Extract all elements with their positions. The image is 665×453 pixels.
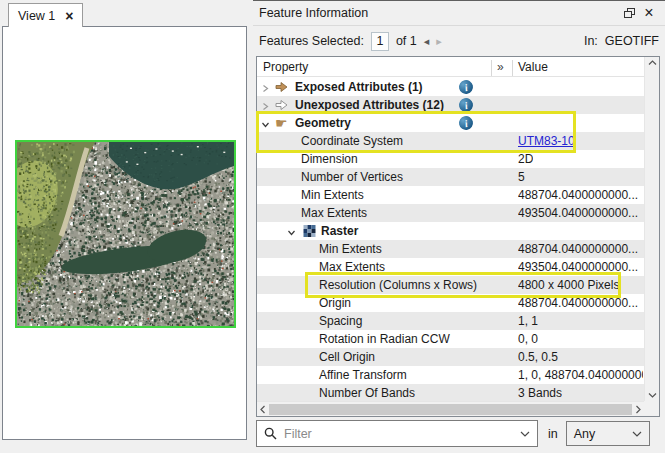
property-value: 488704.0400000000...	[518, 242, 638, 256]
previous-feature-button[interactable]: ◂	[424, 35, 430, 48]
table-row[interactable]: Min Extents488704.0400000000...	[257, 186, 644, 204]
scrollbar-corner	[644, 401, 659, 416]
features-selected-label: Features Selected:	[259, 34, 364, 48]
table-row[interactable]: Rotation in Radian CCW0, 0	[257, 330, 644, 348]
scrollbar-thumb[interactable]	[269, 404, 632, 415]
chevron-down-icon[interactable]	[261, 118, 271, 132]
aerial-raster-image[interactable]	[15, 140, 236, 328]
property-name: Cell Origin	[319, 350, 375, 364]
property-value: 1, 0, 488704.04000000004	[518, 368, 643, 382]
column-divider[interactable]	[491, 60, 492, 76]
table-row[interactable]: Coordinate SystemUTM83-10	[257, 132, 644, 150]
exposed-attributes-icon	[275, 80, 289, 94]
property-name: Geometry	[295, 116, 351, 130]
property-value: 4800 x 4000 Pixels	[518, 278, 619, 292]
chevron-down-icon	[632, 431, 642, 437]
format-name: GEOTIFF	[605, 34, 659, 48]
filter-scope-value: Any	[574, 427, 596, 441]
tab-view-1[interactable]: View 1 ×	[8, 3, 83, 27]
filter-in-label: in	[548, 427, 558, 441]
table-row[interactable]: Number of Vertices5	[257, 168, 644, 186]
feature-count-label: of 1	[396, 34, 417, 48]
property-value: 5	[518, 170, 525, 184]
property-name: Max Extents	[319, 260, 385, 274]
scroll-up-icon	[648, 60, 657, 66]
property-value: 488704.0400000000...	[518, 296, 638, 310]
table-row[interactable]: Affine Transform1, 0, 488704.04000000004	[257, 366, 644, 384]
chevron-down-icon[interactable]	[287, 226, 297, 240]
info-icon[interactable]: i	[458, 79, 475, 96]
property-value: 0.5, 0.5	[518, 350, 558, 364]
property-name: Unexposed Attributes (12)	[295, 98, 444, 112]
table-row[interactable]: Dimension2D	[257, 150, 644, 168]
info-icon[interactable]: i	[458, 115, 475, 132]
column-header-value[interactable]: Value	[518, 60, 548, 74]
search-icon	[264, 427, 277, 440]
filter-bar: in Any	[256, 420, 660, 447]
table-row[interactable]: Exposed Attributes (1)i	[257, 78, 644, 96]
property-name: Coordinate System	[301, 134, 403, 148]
map-viewport[interactable]	[2, 26, 247, 440]
table-row[interactable]: ☛Geometryi	[257, 114, 644, 132]
chevron-right-icon[interactable]	[261, 82, 271, 96]
property-name: Spacing	[319, 314, 362, 328]
unexposed-attributes-icon	[275, 98, 289, 112]
current-feature-number[interactable]: 1	[371, 32, 389, 51]
chevron-right-icon[interactable]	[261, 100, 271, 114]
property-value: 1, 1	[518, 314, 538, 328]
scroll-down-icon	[648, 392, 657, 398]
close-panel-icon[interactable]: ×	[639, 3, 659, 23]
horizontal-scrollbar[interactable]	[257, 401, 644, 416]
chevron-down-icon[interactable]	[520, 431, 530, 437]
table-row[interactable]: Unexposed Attributes (12)i	[257, 96, 644, 114]
panel-title: Feature Information	[259, 6, 368, 20]
table-row[interactable]: Spacing1, 1	[257, 312, 644, 330]
property-name: Dimension	[301, 152, 358, 166]
raster-grid-icon	[303, 224, 317, 238]
scroll-left-icon	[260, 405, 266, 414]
property-value: 488704.0400000000...	[518, 188, 638, 202]
float-window-icon[interactable]	[619, 3, 639, 23]
property-value-link[interactable]: UTM83-10	[518, 134, 575, 148]
table-row[interactable]: Max Extents493504.0400000000...	[257, 258, 644, 276]
property-name: Min Extents	[301, 188, 364, 202]
property-name: Raster	[321, 224, 358, 238]
next-feature-button[interactable]: ▸	[436, 35, 442, 48]
property-name: Number Of Bands	[319, 386, 415, 400]
app-window: View 1 × Feature Information × Features …	[0, 0, 665, 453]
vertical-scrollbar[interactable]	[644, 57, 659, 401]
property-name: Affine Transform	[319, 368, 407, 382]
property-value: 0, 0	[518, 332, 538, 346]
table-header: Property » Value	[257, 57, 644, 77]
table-row[interactable]: Cell Origin0.5, 0.5	[257, 348, 644, 366]
table-row[interactable]: Raster	[257, 222, 644, 240]
property-name: Min Extents	[319, 242, 382, 256]
filter-input[interactable]	[284, 427, 513, 441]
scroll-right-icon	[635, 405, 641, 414]
property-name: Exposed Attributes (1)	[295, 80, 423, 94]
info-icon[interactable]: i	[458, 97, 475, 114]
property-name: Origin	[319, 296, 351, 310]
table-row[interactable]: Origin488704.0400000000...	[257, 294, 644, 312]
filter-combo[interactable]	[256, 420, 538, 447]
property-name: Rotation in Radian CCW	[319, 332, 450, 346]
table-row[interactable]: Max Extents493504.0400000000...	[257, 204, 644, 222]
property-value: 493504.0400000000...	[518, 260, 638, 274]
tab-close-icon[interactable]: ×	[65, 9, 73, 23]
expand-columns-icon[interactable]: »	[497, 60, 504, 74]
property-value: 2D	[518, 152, 533, 166]
column-header-property[interactable]: Property	[263, 60, 308, 74]
property-table: Property » Value Exposed Attributes (1)i…	[256, 56, 660, 417]
in-label: In:	[584, 34, 598, 48]
column-divider[interactable]	[512, 60, 513, 76]
filter-scope-select[interactable]: Any	[566, 421, 650, 446]
feature-information-panel: Feature Information × Features Selected:…	[253, 0, 665, 453]
table-row[interactable]: Number Of Bands3 Bands	[257, 384, 644, 401]
property-name: Number of Vertices	[301, 170, 403, 184]
property-value: 3 Bands	[518, 386, 562, 400]
table-body: Exposed Attributes (1)iUnexposed Attribu…	[257, 78, 644, 401]
geometry-hand-icon: ☛	[275, 116, 289, 130]
tab-label: View 1	[18, 9, 55, 23]
table-row[interactable]: Resolution (Columns x Rows)4800 x 4000 P…	[257, 276, 644, 294]
table-row[interactable]: Min Extents488704.0400000000...	[257, 240, 644, 258]
